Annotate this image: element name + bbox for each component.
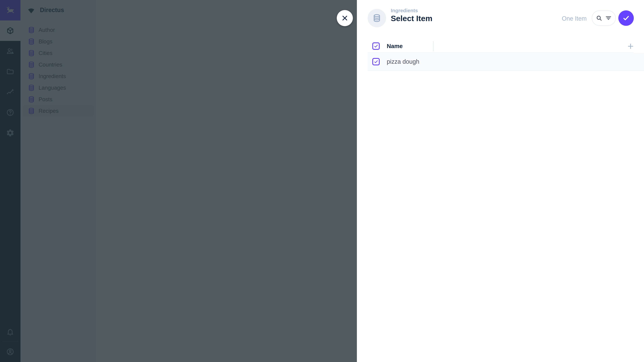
checkbox-check-icon <box>374 43 378 49</box>
drawer-collection-avatar <box>368 9 386 27</box>
selection-count-label: One Item <box>562 15 587 22</box>
table-header: Name <box>368 40 634 53</box>
confirm-selection-button[interactable] <box>618 10 634 26</box>
search-filter-pill <box>592 10 616 26</box>
drawer-title: Select Item <box>391 14 432 23</box>
column-resize-handle[interactable] <box>433 41 434 51</box>
dim-overlay[interactable] <box>0 0 357 362</box>
plus-icon <box>627 42 634 50</box>
column-header-name[interactable]: Name <box>387 43 403 49</box>
directus-app: Directus Author Blogs Cities Countries I… <box>0 0 644 362</box>
search-icon[interactable] <box>596 14 602 22</box>
filter-icon[interactable] <box>605 14 612 22</box>
drawer-collection-name: Ingredients <box>391 8 418 13</box>
row-checkbox[interactable] <box>372 58 380 65</box>
select-all-checkbox[interactable] <box>372 42 380 50</box>
select-item-drawer: Ingredients Select Item One Item Name pi… <box>357 0 644 362</box>
drawer-close-button[interactable] <box>337 10 353 26</box>
row-name-cell: pizza dough <box>387 58 419 65</box>
database-icon <box>372 14 381 22</box>
checkbox-check-icon <box>374 59 378 64</box>
table-row[interactable]: pizza dough <box>368 53 644 71</box>
add-column-button[interactable] <box>624 40 636 52</box>
check-icon <box>622 14 630 22</box>
close-icon <box>341 14 349 22</box>
